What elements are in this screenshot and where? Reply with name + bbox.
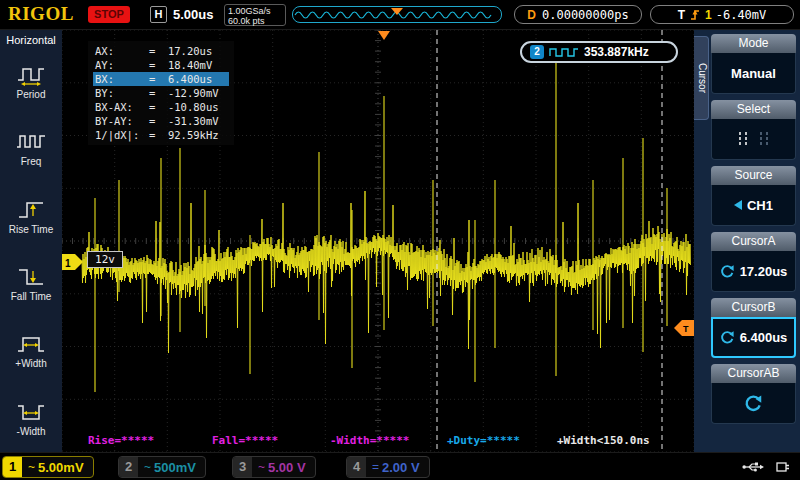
- measure-item-minus-width[interactable]: -Width: [0, 385, 62, 452]
- channel2-coupling-icon: ~: [144, 460, 151, 474]
- frequency-counter-value: 353.887kHz: [584, 45, 649, 59]
- measurement-pwidth: +Width<150.0ns: [557, 434, 650, 447]
- minus-width-icon: [15, 400, 47, 424]
- channel4-scale: 2.00 V: [382, 460, 420, 475]
- source-arrow-icon: [734, 200, 742, 210]
- mode-value: Manual: [731, 66, 776, 81]
- channel1-coupling-icon: ~: [28, 460, 35, 474]
- svg-text:1: 1: [65, 258, 71, 269]
- sidebar-title: Horizontal: [0, 30, 62, 48]
- channel4-badge[interactable]: 4 = 2.00 V: [346, 456, 430, 478]
- cursor-readout-row: AY:= 18.40mV: [93, 58, 229, 72]
- memory-position-indicator[interactable]: [292, 6, 502, 23]
- freq-icon: [15, 130, 47, 154]
- menu-item-select[interactable]: Select: [711, 100, 796, 160]
- fall-time-icon: [15, 265, 47, 289]
- channel3-scale: 5.00 V: [268, 460, 306, 475]
- measure-item-period[interactable]: Period: [0, 48, 62, 115]
- cursor-a-select-icon: [735, 130, 751, 148]
- cursor-readout-row: AX:= 17.20us: [93, 44, 229, 58]
- knob-rotate-icon: [720, 330, 735, 345]
- trigger-level-value: -6.40mV: [716, 8, 767, 22]
- memory-waveform-icon: [293, 7, 501, 22]
- cursor-readout-row-highlighted: BX:= 6.400us: [93, 72, 229, 86]
- timebase-value: 5.00us: [173, 7, 213, 22]
- channel4-coupling-icon: =: [372, 460, 379, 474]
- menu-item-cursor-ab[interactable]: CursorAB: [711, 364, 796, 424]
- oscilloscope-ui: RIGOL STOP H 5.00us 1.00GSa/s 60.0k pts …: [0, 0, 800, 480]
- measurement-rise: Rise=*****: [88, 434, 154, 447]
- measurement-fall: Fall=*****: [212, 434, 278, 447]
- delay-value: 0.00000000ps: [542, 8, 629, 22]
- frequency-counter: 2 353.887kHz: [520, 41, 678, 63]
- channel3-coupling-icon: ~: [258, 460, 265, 474]
- channel3-badge[interactable]: 3 ~ 5.00 V: [232, 456, 316, 478]
- usb-device-icon: [776, 461, 790, 473]
- menu-item-cursor-b[interactable]: CursorB 6.400us: [711, 298, 796, 358]
- trigger-source-channel: 1: [705, 8, 712, 22]
- channel4-number: 4: [347, 456, 366, 478]
- cursor-readout-row: 1/|dX|:= 92.59kHz: [93, 128, 229, 142]
- top-bar: RIGOL STOP H 5.00us 1.00GSa/s 60.0k pts …: [0, 0, 800, 30]
- cursor-b-select-icon: [756, 130, 772, 148]
- menu-tab-cursor[interactable]: Cursor: [694, 36, 709, 120]
- rise-time-icon: [15, 198, 47, 222]
- brand-logo: RIGOL: [8, 3, 74, 25]
- delay-d-label: D: [527, 8, 536, 22]
- channel1-number: 1: [3, 456, 22, 478]
- usb-icon: [742, 461, 764, 473]
- menu-item-source[interactable]: Source CH1: [711, 166, 796, 226]
- plus-width-icon: [15, 332, 47, 356]
- channel3-number: 3: [233, 456, 252, 478]
- measure-item-fall-time[interactable]: Fall Time: [0, 250, 62, 317]
- channel1-label[interactable]: 12v: [87, 251, 123, 268]
- trigger-t-label: T: [678, 8, 685, 22]
- measurement-row: Rise=***** Fall=***** -Width=***** +Duty…: [62, 434, 694, 448]
- channel2-number: 2: [119, 456, 138, 478]
- display-area[interactable]: 1T AX:= 17.20us AY:= 18.40mV BX:= 6.400u…: [62, 30, 694, 452]
- measure-item-freq[interactable]: Freq: [0, 115, 62, 182]
- memory-trigger-marker-icon: [391, 8, 403, 15]
- measure-item-plus-width[interactable]: +Width: [0, 317, 62, 384]
- channel2-badge[interactable]: 2 ~ 500mV: [118, 456, 206, 478]
- trigger-status[interactable]: T 1 -6.40mV: [650, 5, 794, 24]
- svg-text:T: T: [683, 324, 689, 334]
- cursor-b-value: 6.400us: [740, 330, 788, 345]
- cursor-readout: AX:= 17.20us AY:= 18.40mV BX:= 6.400us B…: [88, 41, 234, 145]
- cursor-a-value: 17.20us: [740, 264, 788, 279]
- channel1-badge[interactable]: 1 ~ 5.00mV: [2, 456, 94, 478]
- measurement-duty: +Duty=*****: [447, 434, 520, 447]
- horizontal-h-chip: H: [150, 6, 167, 23]
- channel2-scale: 500mV: [154, 460, 196, 475]
- cursor-readout-row: BY:= -12.90mV: [93, 86, 229, 100]
- channel1-scale: 5.00mV: [38, 460, 84, 475]
- menu-item-mode[interactable]: Mode Manual: [711, 34, 796, 94]
- horizontal-status[interactable]: H 5.00us: [150, 6, 213, 23]
- acquisition-info: 1.00GSa/s 60.0k pts: [224, 4, 286, 26]
- run-state-badge[interactable]: STOP: [88, 6, 130, 23]
- measure-sidebar: Horizontal Period Freq Rise Time: [0, 30, 62, 452]
- cursor-readout-row: BX-AX:= -10.80us: [93, 100, 229, 114]
- delay-status: D 0.00000000ps: [514, 5, 642, 24]
- menu-item-cursor-a[interactable]: CursorA 17.20us: [711, 232, 796, 292]
- status-bar: 1 ~ 5.00mV 2 ~ 500mV 3 ~ 5.00 V 4 = 2.00…: [0, 452, 800, 480]
- square-wave-icon: [549, 47, 579, 58]
- trigger-slope-icon: [689, 8, 701, 22]
- frequency-counter-channel: 2: [530, 45, 544, 59]
- memory-depth: 60.0k pts: [228, 16, 282, 26]
- measure-item-rise-time[interactable]: Rise Time: [0, 183, 62, 250]
- source-value: CH1: [747, 198, 773, 213]
- cursor-menu: Cursor Mode Manual Select Source: [694, 30, 800, 452]
- measurement-nwidth: -Width=*****: [330, 434, 409, 447]
- cursor-readout-row: BY-AY:= -31.30mV: [93, 114, 229, 128]
- knob-rotate-icon: [720, 264, 735, 279]
- sample-rate: 1.00GSa/s: [228, 6, 282, 16]
- period-icon: [15, 63, 47, 87]
- knob-rotate-icon: [744, 394, 763, 413]
